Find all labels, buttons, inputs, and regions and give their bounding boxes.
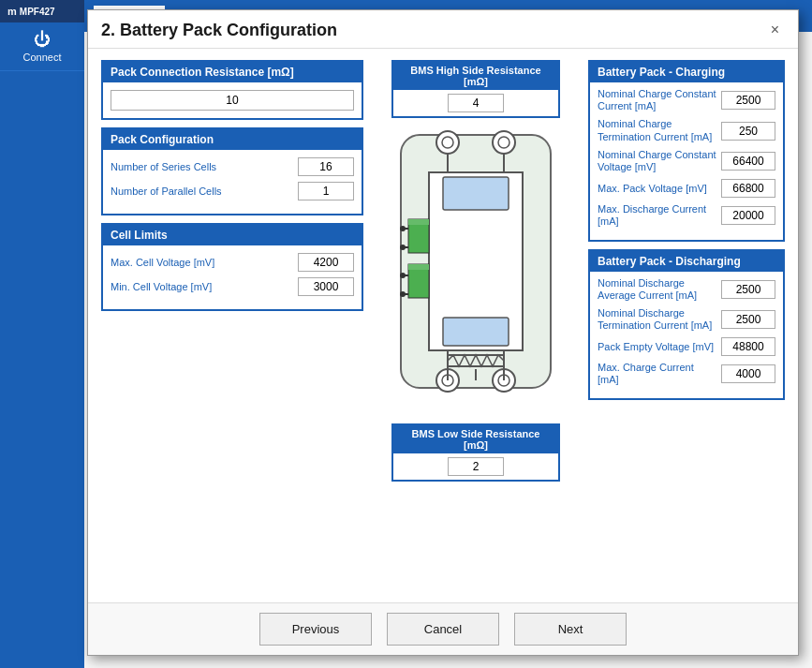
charge-input-0[interactable] <box>721 91 775 110</box>
power-icon: ⏻ <box>4 30 81 50</box>
svg-rect-13 <box>408 219 429 225</box>
discharging-panel-title: Battery Pack - Discharging <box>590 251 783 272</box>
svg-rect-10 <box>443 177 509 210</box>
discharge-label-0: Nominal Discharge Average Current [mA] <box>598 277 717 302</box>
charge-label-1: Nominal Charge Termination Current [mA] <box>598 118 717 142</box>
discharge-input-1[interactable] <box>721 310 775 329</box>
battery-diagram-svg <box>373 126 579 416</box>
bms-low-panel: BMS Low Side Resistance [mΩ] <box>391 423 560 482</box>
charge-field-2: Nominal Charge Constant Voltage [mV] <box>598 149 775 173</box>
discharge-label-1: Nominal Discharge Termination Current [m… <box>598 307 717 332</box>
battery-config-modal: 2. Battery Pack Configuration × Pack Con… <box>87 9 799 656</box>
pack-connection-panel: Pack Connection Resistance [mΩ] <box>101 60 363 120</box>
battery-diagram <box>373 126 579 416</box>
previous-button[interactable]: Previous <box>259 613 372 646</box>
bms-low-input[interactable] <box>448 457 504 476</box>
app-logo: m MPF427 <box>0 0 84 22</box>
series-cells-label: Number of Series Cells <box>111 161 294 172</box>
pack-configuration-title: Pack Configuration <box>103 129 362 150</box>
charge-input-3[interactable] <box>721 179 775 198</box>
svg-rect-15 <box>408 264 429 270</box>
discharge-input-0[interactable] <box>721 280 775 299</box>
cell-limits-body: Max. Cell Voltage [mV] Min. Cell Voltage… <box>103 245 362 309</box>
modal-footer: Previous Cancel Next <box>88 602 798 655</box>
discharge-input-3[interactable] <box>721 364 775 383</box>
charge-label-4: Max. Discharge Current [mA] <box>598 203 717 228</box>
next-button[interactable]: Next <box>514 613 627 646</box>
svg-point-21 <box>400 245 406 250</box>
modal-close-button[interactable]: × <box>765 20 785 40</box>
diagram-column: BMS High Side Resistance [mΩ] <box>371 60 581 482</box>
discharging-panel-body: Nominal Discharge Average Current [mA] N… <box>590 272 783 398</box>
svg-point-22 <box>400 273 406 278</box>
pack-connection-body <box>103 82 362 118</box>
pack-connection-title: Pack Connection Resistance [mΩ] <box>103 62 362 82</box>
app-sidebar: m MPF427 ⏻ Connect <box>0 0 84 668</box>
modal-title: 2. Battery Pack Configuration <box>101 21 337 40</box>
modal-body: Pack Connection Resistance [mΩ] Pack Con… <box>88 49 798 602</box>
discharging-panel: Battery Pack - Discharging Nominal Disch… <box>588 249 785 400</box>
svg-point-23 <box>400 291 406 297</box>
charging-panel-title: Battery Pack - Charging <box>590 62 783 82</box>
pack-configuration-body: Number of Series Cells Number of Paralle… <box>103 150 362 214</box>
min-cell-voltage-label: Min. Cell Voltage [mV] <box>111 281 294 292</box>
charge-field-0: Nominal Charge Constant Current [mA] <box>598 88 775 112</box>
pack-connection-input[interactable] <box>111 90 354 111</box>
series-cells-row: Number of Series Cells <box>111 157 354 176</box>
connect-button[interactable]: ⏻ Connect <box>0 22 84 71</box>
discharge-field-3: Max. Charge Current [mA] <box>598 362 775 386</box>
bms-high-panel: BMS High Side Resistance [mΩ] <box>391 60 560 118</box>
series-cells-input[interactable] <box>298 157 354 176</box>
discharge-input-2[interactable] <box>721 337 775 356</box>
charge-input-4[interactable] <box>721 206 775 225</box>
min-cell-voltage-row: Min. Cell Voltage [mV] <box>111 277 354 296</box>
connect-label: Connect <box>23 52 62 63</box>
charge-field-4: Max. Discharge Current [mA] <box>598 203 775 228</box>
cell-limits-title: Cell Limits <box>103 225 362 245</box>
bms-high-input[interactable] <box>448 94 504 112</box>
max-cell-voltage-row: Max. Cell Voltage [mV] <box>111 253 354 272</box>
max-cell-voltage-input[interactable] <box>298 253 354 272</box>
cancel-button[interactable]: Cancel <box>387 613 499 646</box>
svg-point-20 <box>400 226 406 231</box>
min-cell-voltage-input[interactable] <box>298 277 354 296</box>
right-column: Battery Pack - Charging Nominal Charge C… <box>588 60 785 482</box>
charge-input-2[interactable] <box>721 152 775 171</box>
svg-point-2 <box>442 137 453 148</box>
charging-panel: Battery Pack - Charging Nominal Charge C… <box>588 60 785 242</box>
charge-label-2: Nominal Charge Constant Voltage [mV] <box>598 149 717 173</box>
charging-panel-body: Nominal Charge Constant Current [mA] Nom… <box>590 82 783 240</box>
discharge-label-2: Pack Empty Voltage [mV] <box>598 341 717 353</box>
svg-rect-11 <box>443 318 509 346</box>
left-column: Pack Connection Resistance [mΩ] Pack Con… <box>101 60 363 482</box>
cell-limits-panel: Cell Limits Max. Cell Voltage [mV] Min. … <box>101 223 363 311</box>
charge-label-0: Nominal Charge Constant Current [mA] <box>598 88 717 112</box>
charge-label-3: Max. Pack Voltage [mV] <box>598 183 717 195</box>
discharge-label-3: Max. Charge Current [mA] <box>598 362 717 386</box>
logo-text: m <box>7 6 17 17</box>
charge-field-3: Max. Pack Voltage [mV] <box>598 179 775 198</box>
pack-configuration-panel: Pack Configuration Number of Series Cell… <box>101 127 363 215</box>
parallel-cells-label: Number of Parallel Cells <box>111 186 294 197</box>
app-title-short: MPF427 <box>20 7 55 17</box>
charge-field-1: Nominal Charge Termination Current [mA] <box>598 118 775 142</box>
discharge-field-1: Nominal Discharge Termination Current [m… <box>598 307 775 332</box>
parallel-cells-input[interactable] <box>298 182 354 200</box>
discharge-field-2: Pack Empty Voltage [mV] <box>598 337 775 356</box>
discharge-field-0: Nominal Discharge Average Current [mA] <box>598 277 775 302</box>
bms-high-title: BMS High Side Resistance [mΩ] <box>393 62 558 90</box>
modal-titlebar: 2. Battery Pack Configuration × <box>88 10 798 49</box>
charge-input-1[interactable] <box>721 122 775 141</box>
svg-point-4 <box>498 137 509 148</box>
max-cell-voltage-label: Max. Cell Voltage [mV] <box>111 257 294 268</box>
parallel-cells-row: Number of Parallel Cells <box>111 182 354 200</box>
bms-low-title: BMS Low Side Resistance [mΩ] <box>393 425 558 453</box>
